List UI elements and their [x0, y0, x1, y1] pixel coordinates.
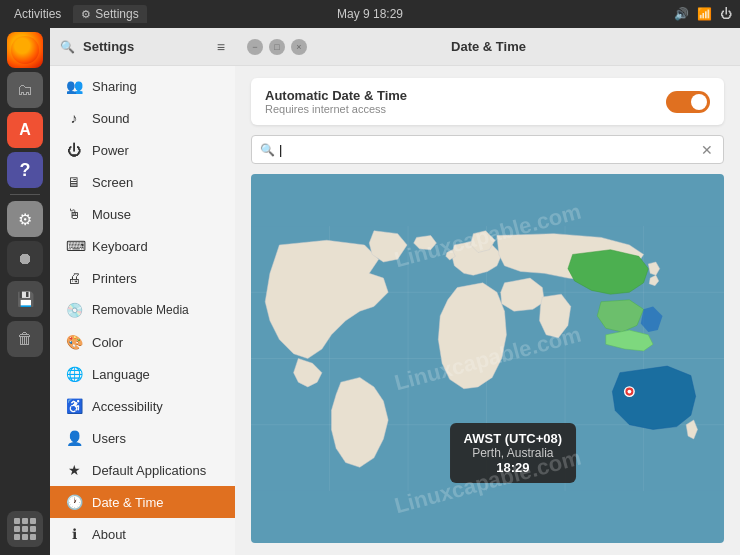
dock-files[interactable]: 🗂 — [7, 72, 43, 108]
nav-color-label: Color — [92, 335, 123, 350]
power-icon-nav: ⏻ — [66, 142, 82, 158]
settings-tab[interactable]: ⚙ Settings — [73, 5, 146, 23]
nav-accessibility[interactable]: ♿ Accessibility — [50, 390, 235, 422]
auto-datetime-label: Automatic Date & Time Requires internet … — [265, 88, 407, 115]
dock-media[interactable]: ⏺ — [7, 241, 43, 277]
timezone-search-input[interactable] — [275, 136, 699, 163]
nav-users[interactable]: 👤 Users — [50, 422, 235, 454]
restore-button[interactable]: □ — [269, 39, 285, 55]
dock: 🗂 A ? ⚙ ⏺ 💾 🗑 — [0, 28, 50, 555]
auto-datetime-subtitle: Requires internet access — [265, 103, 407, 115]
nav-printers[interactable]: 🖨 Printers — [50, 262, 235, 294]
dock-help[interactable]: ? — [7, 152, 43, 188]
activities-button[interactable]: Activities — [8, 5, 67, 23]
screen-icon: 🖥 — [66, 174, 82, 190]
language-icon: 🌐 — [66, 366, 82, 382]
world-map-svg — [251, 174, 724, 543]
nav-about-label: About — [92, 527, 126, 542]
nav-screen-label: Screen — [92, 175, 133, 190]
keyboard-icon: ⌨ — [66, 238, 82, 254]
settings-tab-label: Settings — [95, 7, 138, 21]
sharing-icon: 👥 — [66, 78, 82, 94]
settings-panel-title: Settings — [83, 39, 209, 54]
nav-power[interactable]: ⏻ Power — [50, 134, 235, 166]
users-icon: 👤 — [66, 430, 82, 446]
dialog-title: Date & Time — [307, 39, 670, 54]
nav-about[interactable]: ℹ About — [50, 518, 235, 550]
dialog-titlebar: − □ × Date & Time — [235, 28, 740, 66]
top-bar: Activities ⚙ Settings May 9 18:29 🔊 📶 ⏻ — [0, 0, 740, 28]
nav-removable-label: Removable Media — [92, 303, 189, 317]
dock-divider — [10, 194, 40, 195]
nav-sharing[interactable]: 👥 Sharing — [50, 70, 235, 102]
nav-default-apps-label: Default Applications — [92, 463, 206, 478]
timezone-search-container: 🔍 ✕ — [251, 135, 724, 164]
nav-sound-label: Sound — [92, 111, 130, 126]
nav-accessibility-label: Accessibility — [92, 399, 163, 414]
world-map-container[interactable]: Linuxcapable.com Linuxcapable.com Linuxc… — [251, 174, 724, 543]
settings-nav: 👥 Sharing ♪ Sound ⏻ Power 🖥 Screen 🖱 Mou… — [50, 66, 235, 555]
power-icon: ⏻ — [720, 7, 732, 21]
window-controls: − □ × — [247, 39, 307, 55]
nav-users-label: Users — [92, 431, 126, 446]
dock-appstore[interactable]: A — [7, 112, 43, 148]
settings-tab-icon: ⚙ — [81, 8, 91, 21]
nav-power-label: Power — [92, 143, 129, 158]
nav-sharing-label: Sharing — [92, 79, 137, 94]
timezone-clear-button[interactable]: ✕ — [699, 142, 715, 158]
settings-search-icon: 🔍 — [60, 40, 75, 54]
nav-color[interactable]: 🎨 Color — [50, 326, 235, 358]
nav-language-label: Language — [92, 367, 150, 382]
close-button[interactable]: × — [291, 39, 307, 55]
dialog-content: Automatic Date & Time Requires internet … — [235, 66, 740, 555]
nav-language[interactable]: 🌐 Language — [50, 358, 235, 390]
dock-firefox[interactable] — [7, 32, 43, 68]
dock-apps-button[interactable] — [7, 511, 43, 547]
mouse-icon: 🖱 — [66, 206, 82, 222]
nav-screen[interactable]: 🖥 Screen — [50, 166, 235, 198]
nav-datetime-label: Date & Time — [92, 495, 164, 510]
svg-point-10 — [628, 390, 632, 394]
nav-printers-label: Printers — [92, 271, 137, 286]
default-apps-icon: ★ — [66, 462, 82, 478]
dock-save[interactable]: 💾 — [7, 281, 43, 317]
sound-icon: ♪ — [66, 110, 82, 126]
printers-icon: 🖨 — [66, 270, 82, 286]
minimize-button[interactable]: − — [247, 39, 263, 55]
audio-icon: 🔊 — [674, 7, 689, 21]
auto-datetime-toggle[interactable] — [666, 91, 710, 113]
nav-default-apps[interactable]: ★ Default Applications — [50, 454, 235, 486]
hamburger-menu[interactable]: ≡ — [217, 39, 225, 55]
nav-sound[interactable]: ♪ Sound — [50, 102, 235, 134]
color-icon: 🎨 — [66, 334, 82, 350]
network-icon: 📶 — [697, 7, 712, 21]
auto-datetime-row: Automatic Date & Time Requires internet … — [251, 78, 724, 125]
datetime-icon: 🕐 — [66, 494, 82, 510]
dock-trash[interactable]: 🗑 — [7, 321, 43, 357]
settings-header: 🔍 Settings ≡ — [50, 28, 235, 66]
nav-keyboard-label: Keyboard — [92, 239, 148, 254]
settings-panel: 🔍 Settings ≡ 👥 Sharing ♪ Sound ⏻ Power 🖥… — [50, 28, 235, 555]
nav-mouse-label: Mouse — [92, 207, 131, 222]
clock: May 9 18:29 — [337, 7, 403, 21]
datetime-dialog: − □ × Date & Time Automatic Date & Time … — [235, 28, 740, 555]
nav-removable[interactable]: 💿 Removable Media — [50, 294, 235, 326]
nav-mouse[interactable]: 🖱 Mouse — [50, 198, 235, 230]
accessibility-icon: ♿ — [66, 398, 82, 414]
auto-datetime-title: Automatic Date & Time — [265, 88, 407, 103]
dock-settings[interactable]: ⚙ — [7, 201, 43, 237]
timezone-search-icon: 🔍 — [260, 143, 275, 157]
about-icon: ℹ — [66, 526, 82, 542]
nav-datetime[interactable]: 🕐 Date & Time — [50, 486, 235, 518]
nav-keyboard[interactable]: ⌨ Keyboard — [50, 230, 235, 262]
removable-icon: 💿 — [66, 302, 82, 318]
